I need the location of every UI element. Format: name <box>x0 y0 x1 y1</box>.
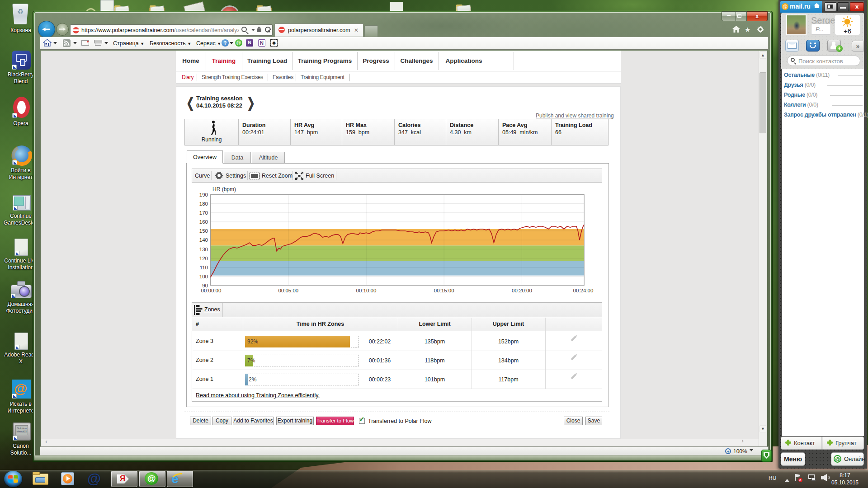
svg-text:00:00:00: 00:00:00 <box>201 288 222 293</box>
svg-text:180: 180 <box>199 201 208 206</box>
svg-text:160: 160 <box>199 219 208 225</box>
svg-text:120: 120 <box>199 256 208 261</box>
svg-text:170: 170 <box>199 210 208 216</box>
svg-text:110: 110 <box>200 265 208 270</box>
svg-text:190: 190 <box>199 192 208 197</box>
svg-text:00:20:00: 00:20:00 <box>512 288 532 293</box>
svg-text:00:10:00: 00:10:00 <box>356 288 377 293</box>
svg-text:130: 130 <box>199 247 208 252</box>
svg-text:00:15:00: 00:15:00 <box>434 288 454 293</box>
svg-text:140: 140 <box>199 237 208 243</box>
svg-text:HR (bpm): HR (bpm) <box>212 186 236 192</box>
svg-text:00:05:00: 00:05:00 <box>278 288 298 293</box>
svg-text:00:24:00: 00:24:00 <box>573 288 594 293</box>
svg-text:100: 100 <box>199 274 208 279</box>
svg-text:150: 150 <box>199 228 208 234</box>
